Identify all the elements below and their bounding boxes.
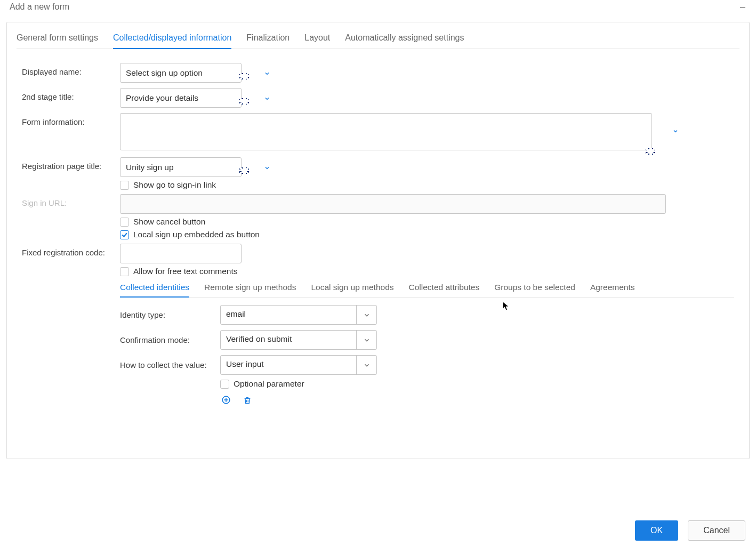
subtab-agreements[interactable]: Agreements — [590, 283, 635, 298]
fixed-registration-code-input[interactable] — [120, 244, 242, 263]
local-signup-embedded-checkbox[interactable] — [120, 230, 129, 239]
confirmation-mode-select[interactable]: Verified on submit — [220, 330, 377, 350]
uk-flag-icon — [646, 148, 655, 155]
label-fixed-registration-code: Fixed registration code: — [22, 244, 120, 257]
displayed-name-input[interactable] — [120, 63, 242, 83]
tab-automatically-assigned-settings[interactable]: Automatically assigned settings — [345, 33, 464, 49]
tab-general-form-settings[interactable]: General form settings — [17, 33, 98, 49]
expand-languages-icon[interactable] — [261, 92, 274, 105]
subtab-groups-to-be-selected[interactable]: Groups to be selected — [494, 283, 575, 298]
window-title: Add a new form — [10, 2, 69, 12]
label-second-stage-title: 2nd stage title: — [22, 88, 120, 101]
uk-flag-icon — [239, 98, 249, 105]
uk-flag-icon — [239, 167, 249, 174]
label-displayed-name: Displayed name: — [22, 63, 120, 76]
local-signup-embedded-label: Local sign up embedded as button — [133, 230, 260, 239]
ok-button[interactable]: OK — [635, 520, 678, 541]
how-to-collect-select[interactable]: User input — [220, 355, 377, 375]
dropdown-icon[interactable] — [356, 356, 376, 374]
tab-finalization[interactable]: Finalization — [246, 33, 289, 49]
form-information-textarea[interactable] — [120, 113, 652, 150]
show-cancel-button-checkbox[interactable] — [120, 218, 129, 227]
cancel-button[interactable]: Cancel — [688, 520, 745, 541]
minimize-button[interactable]: – — [740, 1, 745, 12]
allow-free-text-label: Allow for free text comments — [133, 267, 238, 276]
optional-parameter-checkbox[interactable] — [220, 380, 229, 389]
subtab-collected-identities[interactable]: Collected identities — [120, 283, 189, 298]
identity-type-value: email — [221, 306, 356, 324]
how-to-collect-value: User input — [221, 356, 356, 374]
uk-flag-icon — [239, 73, 249, 79]
main-panel: General form settings Collected/displaye… — [6, 22, 750, 459]
tab-collected-displayed-information[interactable]: Collected/displayed information — [113, 33, 231, 49]
expand-languages-icon[interactable] — [261, 162, 274, 174]
subtab-remote-signup-methods[interactable]: Remote sign up methods — [204, 283, 296, 298]
main-tabs: General form settings Collected/displaye… — [17, 22, 739, 49]
signin-url-input — [120, 194, 666, 214]
registration-page-title-input[interactable] — [120, 157, 242, 177]
second-stage-title-input[interactable] — [120, 88, 242, 108]
show-cancel-button-label: Show cancel button — [133, 217, 205, 227]
dropdown-icon[interactable] — [356, 306, 376, 324]
tab-layout[interactable]: Layout — [304, 33, 330, 49]
expand-languages-icon[interactable] — [669, 125, 682, 138]
label-how-to-collect: How to collect the value: — [120, 360, 220, 370]
label-confirmation-mode: Confirmation mode: — [120, 335, 220, 344]
dropdown-icon[interactable] — [356, 331, 376, 349]
show-signin-link-checkbox[interactable] — [120, 181, 129, 190]
delete-icon[interactable] — [242, 395, 253, 406]
optional-parameter-label: Optional parameter — [234, 379, 304, 389]
sub-tabs: Collected identities Remote sign up meth… — [120, 283, 734, 298]
show-signin-link-label: Show go to sign-in link — [133, 180, 216, 190]
identity-type-select[interactable]: email — [220, 305, 377, 325]
confirmation-mode-value: Verified on submit — [221, 331, 356, 349]
label-identity-type: Identity type: — [120, 310, 220, 319]
allow-free-text-checkbox[interactable] — [120, 267, 129, 276]
label-registration-page-title: Registration page title: — [22, 157, 120, 171]
expand-languages-icon[interactable] — [261, 67, 274, 80]
add-icon[interactable] — [220, 394, 232, 406]
subtab-collected-attributes[interactable]: Collected attributes — [409, 283, 480, 298]
label-signin-url: Sign in URL: — [22, 194, 120, 207]
subtab-local-signup-methods[interactable]: Local sign up methods — [311, 283, 393, 298]
label-form-information: Form information: — [22, 113, 120, 126]
